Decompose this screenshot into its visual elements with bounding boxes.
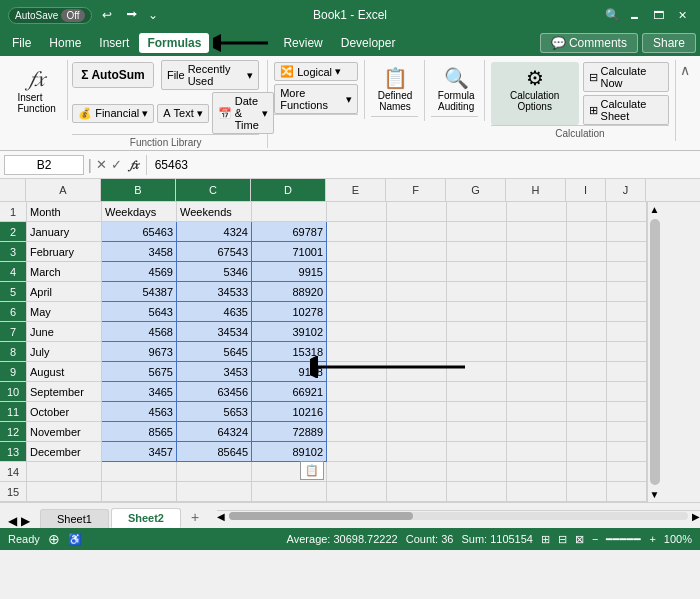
cell-I6[interactable] xyxy=(567,302,607,322)
menu-review[interactable]: Review xyxy=(275,33,330,53)
cell-I4[interactable] xyxy=(567,262,607,282)
cell-E8[interactable] xyxy=(327,342,387,362)
row-header-12[interactable]: 12 xyxy=(0,422,26,442)
cell-E2[interactable] xyxy=(327,222,387,242)
undo-btn[interactable]: ↩ xyxy=(98,8,116,22)
confirm-icon[interactable]: ✓ xyxy=(111,157,122,172)
cell-G13[interactable] xyxy=(447,442,507,462)
cell-E9[interactable] xyxy=(327,362,387,382)
cell-E3[interactable] xyxy=(327,242,387,262)
cell-G2[interactable] xyxy=(447,222,507,242)
calc-sheet-btn[interactable]: ⊞ Calculate Sheet xyxy=(583,95,669,125)
sheet-tab-sheet2[interactable]: Sheet2 xyxy=(111,508,181,528)
cell-H13[interactable] xyxy=(507,442,567,462)
col-header-G[interactable]: G xyxy=(446,179,506,201)
zoom-slider[interactable]: ━━━━━ xyxy=(606,533,641,546)
cell-H8[interactable] xyxy=(507,342,567,362)
col-header-C[interactable]: C xyxy=(176,179,251,201)
cell-B9[interactable]: 5675 xyxy=(102,362,177,382)
row-header-5[interactable]: 5 xyxy=(0,282,26,302)
calculation-options-btn[interactable]: ⚙ Calculation Options xyxy=(491,62,579,125)
row-header-8[interactable]: 8 xyxy=(0,342,26,362)
row-header-10[interactable]: 10 xyxy=(0,382,26,402)
cell-E7[interactable] xyxy=(327,322,387,342)
fx-label[interactable]: 𝑓𝑥 xyxy=(130,158,138,172)
cell-G5[interactable] xyxy=(447,282,507,302)
cell-E1[interactable] xyxy=(327,202,387,222)
cell-I2[interactable] xyxy=(567,222,607,242)
more-fns-btn[interactable]: More Functions ▾ xyxy=(274,84,358,114)
cell-F4[interactable] xyxy=(387,262,447,282)
date-time-btn[interactable]: 📅 Date & Time ▾ xyxy=(212,92,274,134)
cell-A5[interactable]: April xyxy=(27,282,102,302)
quick-access-more[interactable]: ⌄ xyxy=(148,8,158,22)
cell-D10[interactable]: 66921 xyxy=(252,382,327,402)
vertical-scrollbar[interactable]: ▲ ▼ xyxy=(647,202,661,502)
cell-F8[interactable] xyxy=(387,342,447,362)
cell-A14[interactable] xyxy=(27,462,102,482)
cell-D5[interactable]: 88920 xyxy=(252,282,327,302)
row-header-4[interactable]: 4 xyxy=(0,262,26,282)
sheet-prev-btn[interactable]: ◀ xyxy=(8,514,17,528)
defined-names-btn[interactable]: 📋 DefinedNames xyxy=(371,62,419,116)
cell-C11[interactable]: 5653 xyxy=(177,402,252,422)
cell-B3[interactable]: 3458 xyxy=(102,242,177,262)
scroll-up-btn[interactable]: ▲ xyxy=(648,202,662,217)
autosum-btn[interactable]: Σ AutoSum xyxy=(73,63,153,87)
cell-C4[interactable]: 5346 xyxy=(177,262,252,282)
cell-C14[interactable] xyxy=(177,462,252,482)
cell-F14[interactable] xyxy=(387,462,447,482)
logical-btn[interactable]: 🔀 Logical ▾ xyxy=(274,62,358,81)
cell-F3[interactable] xyxy=(387,242,447,262)
cell-E13[interactable] xyxy=(327,442,387,462)
cell-H11[interactable] xyxy=(507,402,567,422)
cell-J4[interactable] xyxy=(607,262,647,282)
cell-C3[interactable]: 67543 xyxy=(177,242,252,262)
col-header-D[interactable]: D xyxy=(251,179,326,201)
row-header-6[interactable]: 6 xyxy=(0,302,26,322)
menu-file[interactable]: File xyxy=(4,33,39,53)
cell-G3[interactable] xyxy=(447,242,507,262)
cell-G15[interactable] xyxy=(447,482,507,502)
cell-C13[interactable]: 85645 xyxy=(177,442,252,462)
row-header-3[interactable]: 3 xyxy=(0,242,26,262)
text-btn[interactable]: A Text ▾ xyxy=(157,104,209,123)
cell-G14[interactable] xyxy=(447,462,507,482)
sheet-tab-sheet1[interactable]: Sheet1 xyxy=(40,509,109,528)
cell-J9[interactable] xyxy=(607,362,647,382)
cell-B13[interactable]: 3457 xyxy=(102,442,177,462)
cell-J10[interactable] xyxy=(607,382,647,402)
cell-B1[interactable]: Weekdays xyxy=(102,202,177,222)
cell-A8[interactable]: July xyxy=(27,342,102,362)
financial-btn[interactable]: 💰 Financial ▾ xyxy=(72,104,154,123)
row-header-9[interactable]: 9 xyxy=(0,362,26,382)
cell-J13[interactable] xyxy=(607,442,647,462)
cell-A10[interactable]: September xyxy=(27,382,102,402)
add-sheet-btn[interactable]: + xyxy=(183,506,207,528)
cell-H2[interactable] xyxy=(507,222,567,242)
row-header-2[interactable]: 2 xyxy=(0,222,26,242)
cell-B6[interactable]: 5643 xyxy=(102,302,177,322)
accessibility-icon[interactable]: ♿ xyxy=(68,533,82,546)
cell-F6[interactable] xyxy=(387,302,447,322)
cell-J7[interactable] xyxy=(607,322,647,342)
cell-H5[interactable] xyxy=(507,282,567,302)
col-header-A[interactable]: A xyxy=(26,179,101,201)
cell-I1[interactable] xyxy=(567,202,607,222)
cell-A6[interactable]: May xyxy=(27,302,102,322)
zoom-out-btn[interactable]: − xyxy=(592,533,598,545)
cell-A15[interactable] xyxy=(27,482,102,502)
scroll-thumb[interactable] xyxy=(650,219,660,485)
cell-I14[interactable] xyxy=(567,462,607,482)
cell-J8[interactable] xyxy=(607,342,647,362)
cell-J3[interactable] xyxy=(607,242,647,262)
cell-D6[interactable]: 10278 xyxy=(252,302,327,322)
cell-J15[interactable] xyxy=(607,482,647,502)
cell-H7[interactable] xyxy=(507,322,567,342)
name-box[interactable] xyxy=(4,155,84,175)
cell-F13[interactable] xyxy=(387,442,447,462)
cell-B7[interactable]: 4568 xyxy=(102,322,177,342)
paste-options-btn[interactable]: 📋 xyxy=(300,461,324,480)
share-btn[interactable]: Share xyxy=(642,33,696,53)
cell-D12[interactable]: 72889 xyxy=(252,422,327,442)
